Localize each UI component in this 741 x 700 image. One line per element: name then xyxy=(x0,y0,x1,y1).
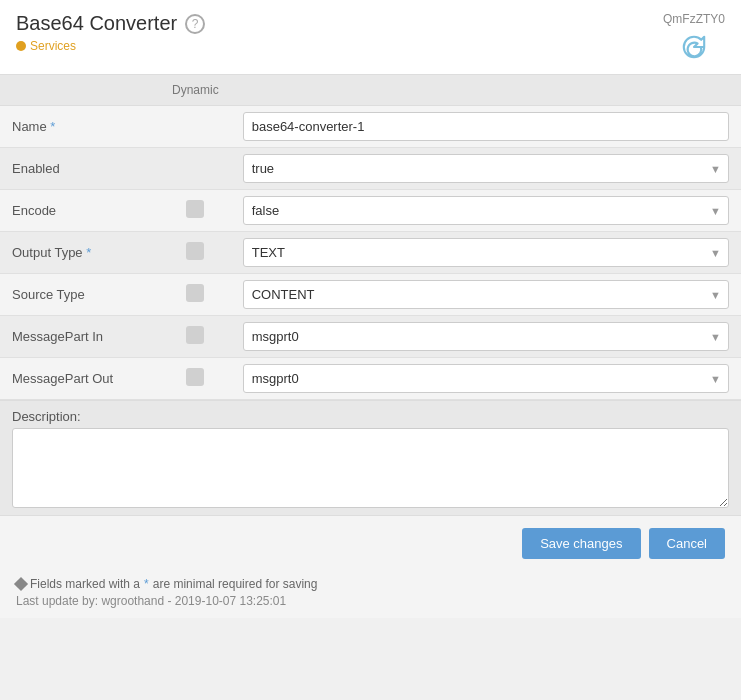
label-messagepart_out: MessagePart Out xyxy=(0,358,160,400)
select-enabled[interactable]: truefalse xyxy=(243,154,729,183)
required-note-suffix: are minimal required for saving xyxy=(153,577,318,591)
select-wrapper-messagepart_out: msgprt0msgprt1msgprt2▼ xyxy=(243,364,729,393)
select-encode[interactable]: truefalse xyxy=(243,196,729,225)
input-name[interactable] xyxy=(243,112,729,141)
breadcrumb-text[interactable]: Services xyxy=(30,39,76,53)
required-star-output_type: * xyxy=(86,245,91,260)
footer-required: Fields marked with a * are minimal requi… xyxy=(16,577,725,591)
diamond-icon xyxy=(14,577,28,591)
label-output_type: Output Type * xyxy=(0,232,160,274)
form-table: Dynamic Name *Enabledtruefalse▼Encodetru… xyxy=(0,75,741,400)
main-content: Dynamic Name *Enabledtruefalse▼Encodetru… xyxy=(0,75,741,618)
select-wrapper-enabled: truefalse▼ xyxy=(243,154,729,183)
col-header-dynamic: Dynamic xyxy=(160,75,231,106)
dynamic-checkbox-source_type[interactable] xyxy=(186,284,204,302)
refresh-id: QmFzZTY0 xyxy=(663,12,725,26)
breadcrumb: Services xyxy=(16,39,205,53)
select-messagepart_out[interactable]: msgprt0msgprt1msgprt2 xyxy=(243,364,729,393)
dynamic-checkbox-encode[interactable] xyxy=(186,200,204,218)
dynamic-cell-messagepart_out xyxy=(160,358,231,400)
form-row-name: Name * xyxy=(0,106,741,148)
value-cell-name xyxy=(231,106,741,148)
footer-last-update: Last update by: wgroothand - 2019-10-07 … xyxy=(16,594,725,608)
dynamic-cell-enabled xyxy=(160,148,231,190)
value-cell-output_type: TEXTBINARYJSON▼ xyxy=(231,232,741,274)
value-cell-source_type: CONTENTPROPERTYATTACHMENT▼ xyxy=(231,274,741,316)
select-wrapper-messagepart_in: msgprt0msgprt1msgprt2▼ xyxy=(243,322,729,351)
footer-info: Fields marked with a * are minimal requi… xyxy=(0,571,741,618)
label-messagepart_in: MessagePart In xyxy=(0,316,160,358)
label-name: Name * xyxy=(0,106,160,148)
title-text: Base64 Converter xyxy=(16,12,177,35)
page-title: Base64 Converter ? xyxy=(16,12,205,35)
select-wrapper-output_type: TEXTBINARYJSON▼ xyxy=(243,238,729,267)
description-label: Description: xyxy=(12,409,729,424)
form-row-messagepart_out: MessagePart Outmsgprt0msgprt1msgprt2▼ xyxy=(0,358,741,400)
value-cell-encode: truefalse▼ xyxy=(231,190,741,232)
footer-actions: Save changes Cancel xyxy=(0,515,741,571)
form-row-output_type: Output Type *TEXTBINARYJSON▼ xyxy=(0,232,741,274)
header: Base64 Converter ? Services QmFzZTY0 xyxy=(0,0,741,75)
select-wrapper-source_type: CONTENTPROPERTYATTACHMENT▼ xyxy=(243,280,729,309)
dynamic-checkbox-messagepart_out[interactable] xyxy=(186,368,204,386)
value-cell-messagepart_in: msgprt0msgprt1msgprt2▼ xyxy=(231,316,741,358)
label-encode: Encode xyxy=(0,190,160,232)
required-star: * xyxy=(144,577,149,591)
value-cell-messagepart_out: msgprt0msgprt1msgprt2▼ xyxy=(231,358,741,400)
dynamic-cell-source_type xyxy=(160,274,231,316)
refresh-icon[interactable] xyxy=(675,28,713,66)
select-wrapper-encode: truefalse▼ xyxy=(243,196,729,225)
form-row-messagepart_in: MessagePart Inmsgprt0msgprt1msgprt2▼ xyxy=(0,316,741,358)
dynamic-cell-output_type xyxy=(160,232,231,274)
cancel-button[interactable]: Cancel xyxy=(649,528,725,559)
dynamic-cell-encode xyxy=(160,190,231,232)
help-icon[interactable]: ? xyxy=(185,14,205,34)
header-right: QmFzZTY0 xyxy=(663,12,725,66)
dynamic-checkbox-output_type[interactable] xyxy=(186,242,204,260)
dynamic-checkbox-messagepart_in[interactable] xyxy=(186,326,204,344)
form-row-source_type: Source TypeCONTENTPROPERTYATTACHMENT▼ xyxy=(0,274,741,316)
page-wrapper: Base64 Converter ? Services QmFzZTY0 D xyxy=(0,0,741,700)
dynamic-cell-name xyxy=(160,106,231,148)
label-source_type: Source Type xyxy=(0,274,160,316)
value-cell-enabled: truefalse▼ xyxy=(231,148,741,190)
col-header-value xyxy=(231,75,741,106)
description-textarea[interactable] xyxy=(12,428,729,508)
breadcrumb-dot xyxy=(16,41,26,51)
dynamic-cell-messagepart_in xyxy=(160,316,231,358)
select-messagepart_in[interactable]: msgprt0msgprt1msgprt2 xyxy=(243,322,729,351)
required-note-prefix: Fields marked with a xyxy=(30,577,140,591)
description-section: Description: xyxy=(0,400,741,515)
select-source_type[interactable]: CONTENTPROPERTYATTACHMENT xyxy=(243,280,729,309)
required-star-name: * xyxy=(50,119,55,134)
form-row-encode: Encodetruefalse▼ xyxy=(0,190,741,232)
form-row-enabled: Enabledtruefalse▼ xyxy=(0,148,741,190)
save-button[interactable]: Save changes xyxy=(522,528,640,559)
col-header-label xyxy=(0,75,160,106)
header-left: Base64 Converter ? Services xyxy=(16,12,205,53)
label-enabled: Enabled xyxy=(0,148,160,190)
select-output_type[interactable]: TEXTBINARYJSON xyxy=(243,238,729,267)
